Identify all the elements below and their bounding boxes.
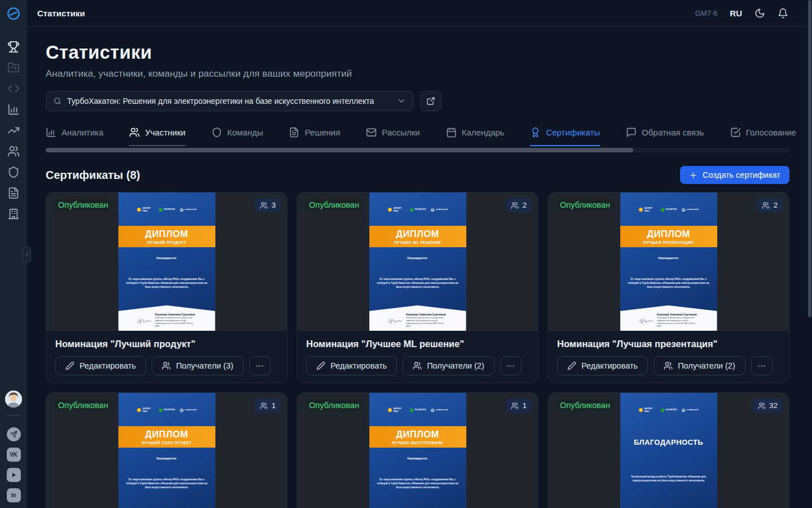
tab-file-text[interactable]: Решения xyxy=(289,127,340,146)
recipients-count-badge: 32 xyxy=(753,398,783,413)
interrao-emblem-icon xyxy=(639,208,643,212)
tab-label: Календарь xyxy=(462,128,505,137)
shield-icon xyxy=(7,166,20,178)
calendar-icon xyxy=(446,127,457,138)
tab-mail[interactable]: Рассылки xyxy=(366,127,420,146)
certificate-preview[interactable]: Опубликован 2 ИНТЕР РАО ПОЛИТЕХ codenroc… xyxy=(297,192,538,331)
certificate-preview[interactable]: Опубликован 3 ИНТЕР РАО ПОЛИТЕХ codenroc… xyxy=(46,192,287,331)
tabs-scrollbar-thumb[interactable] xyxy=(46,148,633,152)
language-switcher[interactable]: RU xyxy=(730,8,742,18)
card-menu-button[interactable] xyxy=(751,356,773,375)
edit-label: Редактировать xyxy=(330,361,387,370)
interrao-emblem-icon xyxy=(388,408,392,412)
social-vk[interactable]: VK xyxy=(7,448,21,462)
recipients-button[interactable]: Получатели (2) xyxy=(403,356,495,375)
page-scrollbar-thumb[interactable] xyxy=(808,0,811,317)
tab-bar-chart[interactable]: Аналитика xyxy=(46,127,103,146)
signer-title: Руководитель Департамента продуктовой ци… xyxy=(155,317,197,328)
shield-icon xyxy=(211,127,222,138)
social-linkedin[interactable]: in xyxy=(7,488,21,502)
tab-users[interactable]: Участники xyxy=(129,127,186,146)
certificate-banner-title: ДИПЛОМ xyxy=(145,429,188,440)
recipients-button[interactable]: Получатели (2) xyxy=(654,356,745,375)
interrao-emblem-icon xyxy=(137,208,141,212)
certificate-preview[interactable]: Опубликован 2 ИНТЕР РАО ПОЛИТЕХ codenroc… xyxy=(548,192,789,331)
signer-title: Руководитель Департамента продуктовой ци… xyxy=(657,317,699,328)
certificate-banner-title: ДИПЛОМ xyxy=(396,429,439,440)
bar-chart-icon xyxy=(7,103,20,116)
recipients-count: 1 xyxy=(271,401,276,410)
sidebar-item-shield[interactable] xyxy=(7,166,20,178)
sidebar-item-trending-up[interactable] xyxy=(7,124,20,137)
topbar-right: GMT-6 RU xyxy=(695,8,802,19)
edit-certificate-button[interactable]: Редактировать xyxy=(306,356,397,375)
sidebar-item-bar-chart[interactable] xyxy=(7,103,20,116)
event-select[interactable]: ТурбоХакатон: Решения для электроэнергет… xyxy=(46,91,413,111)
tab-award[interactable]: Сертификаты xyxy=(530,127,600,146)
sidebar-item-code[interactable] xyxy=(7,82,20,95)
sidebar-item-building[interactable] xyxy=(7,208,20,220)
social-youtube[interactable] xyxy=(7,468,21,482)
signer-title: Руководитель Департамента продуктовой ци… xyxy=(406,317,448,328)
create-certificate-button[interactable]: Создать сертификат xyxy=(680,166,789,184)
sidebar-expand-button[interactable] xyxy=(23,247,31,262)
certificate-awarded-label: Награждается: xyxy=(118,457,215,460)
tab-calendar[interactable]: Календарь xyxy=(446,127,505,146)
interrao-logo: ИНТЕР РАО xyxy=(137,408,154,413)
tab-message-square[interactable]: Обратная связь xyxy=(626,127,704,146)
avatar[interactable] xyxy=(5,391,22,408)
notifications-bell-icon[interactable] xyxy=(778,8,788,19)
timezone-label[interactable]: GMT-6 xyxy=(695,9,718,17)
certificate-banner: ДИПЛОМ ЛУЧШИЙ СОЛО ПРОЕКТ xyxy=(118,426,215,448)
certificate-banner-title: ДИПЛОМ xyxy=(396,229,439,239)
politech-logo: ПОЛИТЕХ xyxy=(410,208,426,212)
politech-emblem-icon xyxy=(159,208,162,212)
users-icon xyxy=(129,127,140,138)
interrao-emblem-icon xyxy=(137,408,141,412)
pencil-icon xyxy=(65,361,74,370)
ellipsis-icon xyxy=(757,361,766,371)
card-menu-button[interactable] xyxy=(500,356,522,375)
users-icon xyxy=(511,202,519,209)
politech-emblem-icon xyxy=(661,409,664,412)
codenrock-logo: codenrock xyxy=(431,208,447,212)
tab-label: Обратная связь xyxy=(642,128,704,137)
certificate-card: Опубликован 1 ИНТЕР РАО ПОЛИТЕХ codenroc… xyxy=(297,392,539,508)
sidebar-item-file-text[interactable] xyxy=(7,187,20,199)
sidebar-item-users[interactable] xyxy=(7,145,20,157)
app-logo-icon[interactable] xyxy=(6,6,21,21)
codenrock-logo: codenrock xyxy=(682,409,698,412)
codenrock-logo: codenrock xyxy=(180,409,196,412)
certificate-preview[interactable]: Опубликован 1 ИНТЕР РАО ПОЛИТЕХ codenroc… xyxy=(46,393,287,508)
edit-certificate-button[interactable]: Редактировать xyxy=(557,356,648,375)
certificate-card-title: Номинация "Лучший продукт" xyxy=(55,339,278,349)
recipients-count: 1 xyxy=(522,401,527,410)
certificate-banner-title: ДИПЛОМ xyxy=(647,229,690,239)
theme-toggle-moon-icon[interactable] xyxy=(754,8,765,19)
open-event-page-button[interactable] xyxy=(420,91,442,111)
divider xyxy=(6,415,21,415)
interrao-logo: ИНТЕР РАО xyxy=(639,207,656,213)
certificate-preview[interactable]: Опубликован 1 ИНТЕР РАО ПОЛИТЕХ codenroc… xyxy=(297,393,538,508)
certificate-preview[interactable]: Опубликован 32 ИНТЕР РАО ПОЛИТЕХ codenro… xyxy=(548,393,789,508)
edit-certificate-button[interactable]: Редактировать xyxy=(55,356,146,375)
tab-shield[interactable]: Команды xyxy=(211,127,263,146)
users-icon xyxy=(758,402,766,410)
certificate-image: ИНТЕР РАО ПОЛИТЕХ codenrock ДИПЛОМ ЛУЧША… xyxy=(620,192,717,331)
interrao-logo: ИНТЕР РАО xyxy=(388,207,405,213)
social-telegram[interactable] xyxy=(7,427,21,441)
message-square-icon xyxy=(626,127,637,138)
certificate-awarded-label: Награждается: xyxy=(118,256,215,260)
certificate-banner-subtitle: ЛУЧШАЯ ПРЕЗЕНТАЦИЯ xyxy=(643,240,694,244)
tab-label: Аналитика xyxy=(61,128,103,137)
recipients-button[interactable]: Получатели (3) xyxy=(152,356,244,375)
certificate-card: Опубликован 2 ИНТЕР РАО ПОЛИТЕХ codenroc… xyxy=(548,192,789,383)
sidebar-item-folder-kanban[interactable] xyxy=(7,62,20,74)
certificate-image: ИНТЕР РАО ПОЛИТЕХ codenrock ДИПЛОМ ЛУЧШИ… xyxy=(118,393,215,508)
interrao-logo: ИНТЕР РАО xyxy=(639,408,656,413)
certificate-image: ИНТЕР РАО ПОЛИТЕХ codenrock ДИПЛОМ ЛУЧШИ… xyxy=(118,192,215,331)
building-icon xyxy=(7,208,20,220)
tab-check-square[interactable]: Голосование xyxy=(730,127,797,146)
card-menu-button[interactable] xyxy=(249,356,271,375)
sidebar-item-trophy[interactable] xyxy=(7,41,20,53)
